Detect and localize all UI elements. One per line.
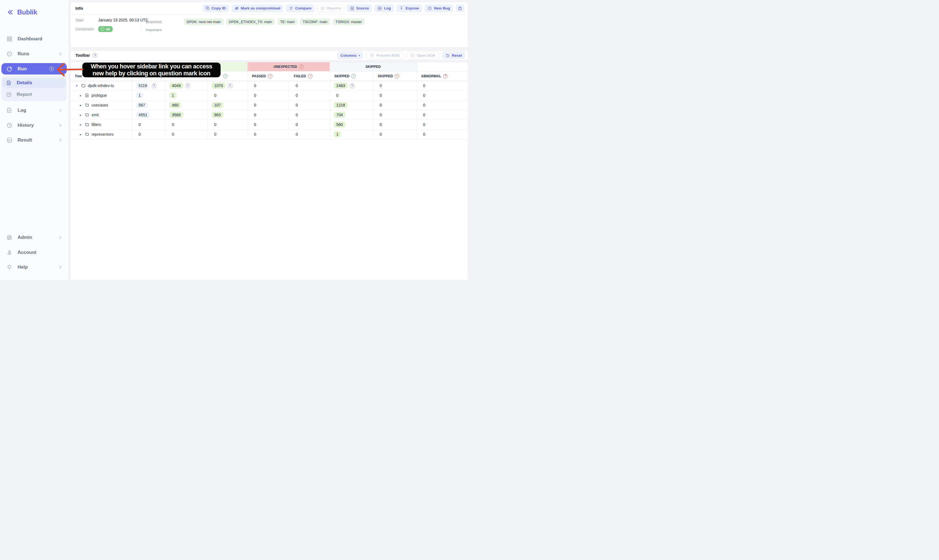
tree-node-name[interactable]: prologue — [91, 93, 107, 98]
pie-chart-icon — [6, 66, 12, 72]
count-help-icon[interactable]: ? — [152, 83, 157, 88]
expected-failed-cell: 107 — [208, 100, 248, 110]
count-help-icon[interactable]: ? — [228, 83, 232, 88]
file-icon — [85, 93, 89, 98]
group-header-unexpected: UNEXPECTED ! — [248, 62, 330, 71]
sidebar-item-report[interactable]: Report — [2, 90, 66, 99]
share-icon — [458, 6, 462, 11]
skipped-expected-cell: 1 — [330, 129, 373, 139]
expose-button[interactable]: Expose — [396, 5, 422, 12]
column-header-label: PASSED — [252, 74, 266, 78]
new-bug-button[interactable]: New Bug — [425, 5, 453, 12]
sidebar-collapse-icon[interactable] — [7, 9, 13, 15]
sidebar-item-run-active[interactable]: Run ? — [2, 63, 67, 74]
reports-button[interactable]: Reports — [317, 5, 344, 12]
run-submenu: Details Report — [2, 75, 67, 101]
expected-passed-cell: 460 — [165, 100, 208, 110]
group-header-label: UNEXPECTED — [273, 65, 297, 69]
caret-right-icon[interactable]: ▸ — [79, 123, 83, 126]
sidebar-item-dashboard[interactable]: Dashboard — [2, 33, 67, 45]
caret-down-icon[interactable]: ▾ — [75, 84, 79, 88]
main-content: Info Copy ID Mark as compromised Compare… — [69, 0, 469, 280]
alert-circle-icon: ! — [299, 65, 304, 69]
count-value: 0 — [420, 112, 425, 117]
sidebar-item-details[interactable]: Details — [2, 78, 66, 88]
group-header-blank — [417, 62, 468, 71]
toolbar-help-icon[interactable]: ? — [92, 53, 97, 58]
caret-right-icon[interactable]: ▸ — [79, 104, 83, 107]
count-value: 0 — [169, 132, 174, 137]
sidebar-item-label: Run — [17, 66, 44, 72]
tree-node-name[interactable]: representors — [91, 132, 114, 137]
unexpected-failed-cell: 0 — [289, 120, 330, 129]
folder-icon — [85, 103, 89, 107]
bar-chart-icon — [6, 137, 12, 143]
toolbar: Toolbar ? Columns ▾ Preview NOK Open NOK… — [70, 50, 468, 60]
abnormal-cell: 0 — [417, 81, 468, 91]
count-value: 0 — [293, 103, 298, 107]
arrow-right-square-icon — [377, 6, 382, 11]
button-label: Reports — [327, 6, 341, 10]
expected-failed-cell: 0 — [208, 120, 248, 129]
expected-passed-cell: 1 — [165, 91, 208, 100]
count-value: 0 — [251, 83, 256, 88]
mark-compromised-button[interactable]: Mark as compromised — [231, 5, 284, 12]
log-button[interactable]: Log — [374, 5, 394, 12]
column-header-label: FAILED — [294, 74, 306, 78]
sidebar-item-history[interactable]: History — [2, 120, 67, 131]
column-header-skipped-unexpected: SKIPPED ! — [373, 71, 417, 81]
skipped-expected-cell: 560 — [330, 120, 373, 129]
reset-button[interactable]: Reset — [443, 51, 465, 59]
sidebar-item-account[interactable]: Account — [2, 247, 67, 258]
copy-id-button[interactable]: Copy ID — [203, 5, 229, 12]
unexpected-passed-cell: 0 — [248, 120, 289, 129]
tree-node-name[interactable]: filters — [91, 122, 101, 127]
run-help-icon[interactable]: ? — [49, 66, 54, 71]
chevron-down-icon — [59, 67, 63, 71]
open-nok-button[interactable]: Open NOK — [407, 51, 439, 59]
unexpected-passed-cell: 0 — [248, 100, 289, 110]
caret-right-icon[interactable]: ▸ — [79, 94, 83, 97]
button-label: Copy ID — [212, 6, 226, 10]
count-help-icon[interactable]: ? — [186, 83, 190, 88]
sidebar-item-admin[interactable]: Admin — [2, 232, 67, 243]
caret-right-icon[interactable]: ▸ — [79, 133, 83, 136]
group-header-label: SKIPPED — [365, 65, 380, 69]
compare-button[interactable]: Compare — [286, 5, 315, 12]
sidebar-item-label: History — [17, 123, 53, 128]
sidebar-item-runs[interactable]: Runs — [2, 48, 67, 60]
total-cell: 567 — [132, 100, 165, 110]
copy-icon — [206, 6, 210, 10]
count-badge: 5119 — [136, 83, 149, 89]
preview-nok-button[interactable]: Preview NOK — [366, 51, 403, 59]
count-badge: 704 — [334, 112, 345, 118]
sidebar-item-result[interactable]: Result — [2, 135, 67, 146]
count-value: 0 — [377, 122, 382, 127]
tree-node-name[interactable]: dpdk-ethdev-ts — [88, 83, 114, 88]
tree-node-name[interactable]: xmit — [91, 112, 99, 117]
info-title: Info — [75, 6, 203, 11]
folder-icon — [85, 112, 89, 117]
count-help-icon[interactable]: ? — [350, 83, 355, 88]
alert-circle-icon: ! — [268, 74, 272, 78]
report-chart-icon — [6, 92, 12, 97]
tree-node-name[interactable]: usecases — [91, 103, 108, 107]
unexpected-failed-cell: 0 — [289, 110, 330, 120]
share-button[interactable] — [456, 5, 465, 12]
caret-right-icon[interactable]: ▸ — [79, 114, 83, 117]
sidebar-item-log[interactable]: Log — [2, 105, 67, 116]
count-badge: 1 — [169, 92, 177, 98]
source-button[interactable]: Source — [347, 5, 372, 12]
logo: Bublik — [7, 8, 37, 16]
count-value: 0 — [420, 103, 425, 107]
check-circle-icon: ✓ — [101, 27, 104, 31]
download-arrow-icon — [399, 6, 403, 10]
abnormal-cell: 0 — [417, 110, 468, 120]
button-label: Preview NOK — [376, 53, 400, 58]
lightbulb-icon — [6, 264, 12, 270]
unexpected-passed-cell: 0 — [248, 81, 289, 91]
columns-dropdown[interactable]: Columns ▾ — [337, 51, 363, 59]
sidebar-item-label: Result — [17, 137, 53, 143]
info-divider-vertical — [141, 14, 142, 35]
sidebar-item-help[interactable]: Help — [2, 262, 67, 273]
